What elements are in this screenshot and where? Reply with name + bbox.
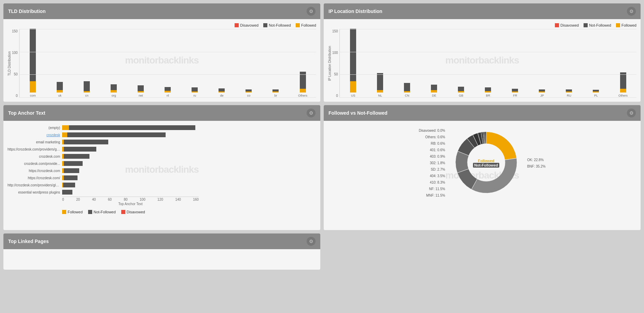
donut-label-right: OK: 22.8% <box>527 157 546 163</box>
top-linked-gear-button[interactable]: ⚙ <box>307 237 316 246</box>
top-linked-panel: Top Linked Pages ⚙ <box>3 233 320 270</box>
anchor-panel: Top Anchor Text ⚙ monitorbacklinks (empt… <box>3 105 320 230</box>
tld-legend: Disavowed Not-Followed Followed <box>8 23 316 27</box>
tld-legend-disavowed: Disavowed <box>235 23 258 27</box>
hbar-not-followed <box>63 183 75 187</box>
bar-seg-not-followed <box>404 83 410 91</box>
anchor-body: monitorbacklinks (empty)crozdeskemail ma… <box>3 121 320 218</box>
hbar-label: crozdesk.com/provide... <box>8 162 62 166</box>
donut-label-left: 404: 3.5% <box>419 173 445 179</box>
bar-label: uk <box>58 94 61 97</box>
donut-labels-left: Disavowed: 0.0%Others: 0.6%RB: 0.6%401: … <box>419 127 445 199</box>
bar-seg-followed <box>219 91 225 93</box>
dashboard: TLD Distribution ⚙ monitorbacklinks Disa… <box>3 3 641 270</box>
anchor-legend-not-followed-label: Not-Followed <box>94 210 116 214</box>
donut-svg <box>449 125 524 200</box>
donut-container: Disavowed: 0.0%Others: 0.6%RB: 0.6%401: … <box>328 125 636 201</box>
ip-legend-disavowed: Disavowed <box>555 23 579 27</box>
hbar-label: https://crozdesk.com <box>8 169 62 173</box>
bar-seg-not-followed <box>111 84 117 90</box>
bar-seg-not-followed <box>485 87 491 91</box>
followed-panel: Followed vs Not-Followed ⚙ monitorbackli… <box>324 105 641 230</box>
anchor-not-followed-color <box>88 210 92 214</box>
bar-seg-followed <box>246 91 252 93</box>
donut-label-left: RB: 0.6% <box>419 140 445 147</box>
anchor-legend-followed-label: Followed <box>68 210 83 214</box>
donut-label-left: 410: 8.3% <box>419 179 445 186</box>
bar-label: nl <box>167 94 169 97</box>
bar-group: Others <box>610 72 636 97</box>
top-linked-header: Top Linked Pages ⚙ <box>3 233 320 249</box>
ip-legend-not-followed-label: Not-Followed <box>589 23 611 27</box>
bar-label: NL <box>378 94 382 97</box>
bar-seg-not-followed <box>219 88 225 91</box>
ip-chart: Disavowed Not-Followed Followed IP Locat… <box>328 23 636 98</box>
bar-group: ru <box>181 87 208 97</box>
hbar-bars <box>62 125 195 130</box>
ip-panel: IP Location Distribution ⚙ monitorbackli… <box>324 3 641 102</box>
x-tick: 80 <box>124 198 128 201</box>
donut-labels-right: OK: 22.8%BNF: 35.2% <box>527 157 546 170</box>
donut-label-left: MNF: 11.5% <box>419 192 445 199</box>
bar-group: co <box>235 89 262 97</box>
bar-group: nl <box>154 87 181 97</box>
donut-segment <box>471 158 517 193</box>
bar-seg-followed <box>300 89 306 93</box>
x-tick: 0 <box>62 198 64 201</box>
tld-chart-render: TLD Distribution050100150comukcnorgnetnl… <box>8 29 316 98</box>
hbar-row: https://crozdesk.com/providers/globomail… <box>8 146 316 152</box>
bar-label: co <box>247 94 251 97</box>
hbar-not-followed <box>64 140 108 144</box>
hbar-followed <box>62 132 67 137</box>
tld-legend-disavowed-label: Disavowed <box>240 23 258 27</box>
hbar-not-followed <box>69 125 195 130</box>
anchor-x-axis: 020406080100120140160Top Anchor Text <box>8 197 316 206</box>
bar-group: RU <box>556 89 583 97</box>
hbar-label: crozdesk.com <box>8 155 62 158</box>
not-followed-color <box>263 23 267 27</box>
bar-seg-not-followed <box>566 89 572 92</box>
bar-group: cn <box>73 81 100 97</box>
donut-label-left: 403: 0.9% <box>419 153 445 160</box>
anchor-chart-render: (empty)crozdeskemail marketinghttps://cr… <box>8 125 316 195</box>
followed-title: Followed vs Not-Followed <box>328 110 388 116</box>
tld-gear-button[interactable]: ⚙ <box>307 7 316 16</box>
bar-seg-followed <box>485 91 491 93</box>
hbar-bars <box>62 147 96 152</box>
bar-group: de <box>208 88 235 97</box>
bar-group: com <box>19 29 46 97</box>
top-linked-body <box>3 249 320 270</box>
bar-label: cn <box>85 94 89 97</box>
hbar-label: essential wordpress plugins <box>8 190 62 194</box>
bar-seg-followed <box>57 90 63 93</box>
bar-label: FR <box>513 94 517 97</box>
bar-group: org <box>100 84 127 97</box>
bar-seg-followed <box>272 91 279 93</box>
disavowed-color <box>235 23 239 27</box>
hbar-bars <box>62 161 83 166</box>
bar-seg-not-followed <box>57 82 63 90</box>
bar-seg-not-followed <box>458 87 464 91</box>
ip-gear-button[interactable]: ⚙ <box>627 7 636 16</box>
hbar-bars <box>62 140 108 144</box>
bar-group: US <box>340 29 367 97</box>
followed-body: monitorbacklinks Disavowed: 0.0%Others: … <box>324 121 641 230</box>
tld-legend-not-followed-label: Not-Followed <box>269 23 291 27</box>
donut-label-left: SD: 2.7% <box>419 166 445 173</box>
x-tick: 160 <box>193 198 199 201</box>
anchor-gear-button[interactable]: ⚙ <box>307 109 316 117</box>
donut-label-left: Others: 0.6% <box>419 134 445 140</box>
bar-group: GB <box>448 87 475 97</box>
bar-group: JP <box>529 89 556 97</box>
anchor-legend-followed: Followed <box>62 210 83 214</box>
bar-label: Others <box>618 94 628 97</box>
bar-seg-followed <box>512 91 518 93</box>
bar-seg-followed <box>431 90 437 93</box>
x-axis-ticks: 020406080100120140160 <box>62 197 199 201</box>
ip-legend-followed-label: Followed <box>621 23 636 27</box>
hbar-followed <box>62 125 69 130</box>
donut-label-left: 302: 1.8% <box>419 160 445 166</box>
hbar-bars <box>62 190 72 195</box>
followed-gear-button[interactable]: ⚙ <box>627 109 636 117</box>
bar-label: ru <box>193 94 196 97</box>
